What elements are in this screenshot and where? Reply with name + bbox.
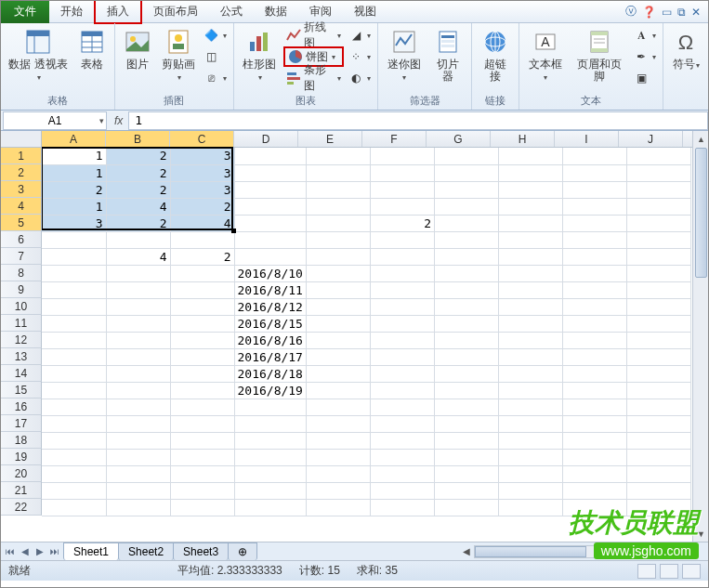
cell-F6[interactable] [370, 231, 434, 248]
cell-B9[interactable] [106, 281, 170, 298]
cell-I3[interactable] [562, 181, 626, 198]
cell-H1[interactable] [498, 148, 562, 164]
cell-J13[interactable] [626, 348, 690, 365]
view-layout-button[interactable] [660, 564, 678, 579]
sheet-tab-2[interactable]: Sheet2 [118, 542, 174, 560]
cell-C15[interactable] [170, 382, 234, 399]
row-header-4[interactable]: 4 [1, 198, 42, 215]
cell-E16[interactable] [306, 399, 370, 415]
cell-B15[interactable] [106, 382, 170, 399]
cell-I13[interactable] [562, 348, 626, 365]
cell-E21[interactable] [306, 482, 370, 499]
row-header-22[interactable]: 22 [1, 499, 42, 516]
cell-C18[interactable] [170, 432, 234, 449]
cell-F14[interactable] [370, 365, 434, 382]
row-header-14[interactable]: 14 [1, 365, 42, 382]
cell-F2[interactable] [370, 164, 434, 181]
cell-H20[interactable] [498, 465, 562, 482]
cell-G1[interactable] [434, 148, 498, 164]
row-header-16[interactable]: 16 [1, 399, 42, 415]
cell-I7[interactable] [562, 248, 626, 265]
cell-H9[interactable] [498, 281, 562, 298]
name-box[interactable]: A1▾ [3, 111, 107, 130]
cell-F18[interactable] [370, 432, 434, 449]
cell-A14[interactable] [42, 365, 106, 382]
cell-C5[interactable]: 4 [170, 215, 234, 231]
col-header-G[interactable]: G [427, 131, 491, 147]
cell-B13[interactable] [106, 348, 170, 365]
cell-B19[interactable] [106, 449, 170, 465]
col-header-D[interactable]: D [234, 131, 298, 147]
cell-F9[interactable] [370, 281, 434, 298]
cell-H21[interactable] [498, 482, 562, 499]
cell-F4[interactable] [370, 198, 434, 215]
restore-icon[interactable]: ⧉ [677, 6, 686, 19]
row-header-7[interactable]: 7 [1, 248, 42, 265]
cell-F1[interactable] [370, 148, 434, 164]
cell-E8[interactable] [306, 265, 370, 281]
col-header-J[interactable]: J [619, 131, 683, 147]
cell-E9[interactable] [306, 281, 370, 298]
cell-F3[interactable] [370, 181, 434, 198]
hscroll-right-icon[interactable]: ▶ [682, 546, 689, 556]
col-header-F[interactable]: F [362, 131, 427, 147]
help-icon[interactable]: ❓ [642, 6, 656, 19]
hscroll-thumb[interactable] [475, 546, 586, 557]
cell-D18[interactable] [234, 432, 306, 449]
cell-G13[interactable] [434, 348, 498, 365]
cell-J9[interactable] [626, 281, 690, 298]
row-header-19[interactable]: 19 [1, 449, 42, 465]
cell-C6[interactable] [170, 231, 234, 248]
cell-F16[interactable] [370, 399, 434, 415]
tab-insert[interactable]: 插入 [94, 0, 142, 24]
area-chart-button[interactable]: ◢▾ [346, 25, 374, 46]
cell-G8[interactable] [434, 265, 498, 281]
cell-A8[interactable] [42, 265, 106, 281]
cell-E1[interactable] [306, 148, 370, 164]
cell-I5[interactable] [562, 215, 626, 231]
cell-G17[interactable] [434, 415, 498, 432]
new-sheet-button[interactable]: ⊕ [228, 542, 257, 560]
cell-A22[interactable] [42, 499, 106, 516]
row-header-2[interactable]: 2 [1, 164, 42, 181]
cell-B6[interactable] [106, 231, 170, 248]
tab-next-icon[interactable]: ▶ [33, 546, 47, 556]
row-header-20[interactable]: 20 [1, 465, 42, 482]
cell-J22[interactable] [626, 499, 690, 516]
cell-G4[interactable] [434, 198, 498, 215]
cell-G20[interactable] [434, 465, 498, 482]
cell-B22[interactable] [106, 499, 170, 516]
cell-C8[interactable] [170, 265, 234, 281]
cell-H22[interactable] [498, 499, 562, 516]
sparkline-button[interactable]: 迷你图▾ [382, 25, 426, 85]
cell-D12[interactable]: 2016/8/16 [234, 332, 306, 348]
cell-H13[interactable] [498, 348, 562, 365]
cell-J11[interactable] [626, 315, 690, 332]
cell-C9[interactable] [170, 281, 234, 298]
cell-C17[interactable] [170, 415, 234, 432]
cell-I20[interactable] [562, 465, 626, 482]
cell-I4[interactable] [562, 198, 626, 215]
row-header-12[interactable]: 12 [1, 332, 42, 348]
cell-A9[interactable] [42, 281, 106, 298]
cell-I6[interactable] [562, 231, 626, 248]
cell-I2[interactable] [562, 164, 626, 181]
cell-G6[interactable] [434, 231, 498, 248]
cell-G21[interactable] [434, 482, 498, 499]
cell-A7[interactable] [42, 248, 106, 265]
select-all-corner[interactable] [1, 131, 42, 148]
cell-G14[interactable] [434, 365, 498, 382]
cell-J20[interactable] [626, 465, 690, 482]
cell-A3[interactable]: 2 [42, 181, 106, 198]
cell-F13[interactable] [370, 348, 434, 365]
row-header-1[interactable]: 1 [1, 148, 42, 164]
vertical-scrollbar[interactable]: ▲ ▼ [692, 131, 708, 542]
cell-J1[interactable] [626, 148, 690, 164]
cell-B14[interactable] [106, 365, 170, 382]
row-header-21[interactable]: 21 [1, 482, 42, 499]
cell-D20[interactable] [234, 465, 306, 482]
cell-E6[interactable] [306, 231, 370, 248]
tab-home[interactable]: 开始 [49, 1, 94, 22]
cell-I10[interactable] [562, 298, 626, 315]
cell-J5[interactable] [626, 215, 690, 231]
